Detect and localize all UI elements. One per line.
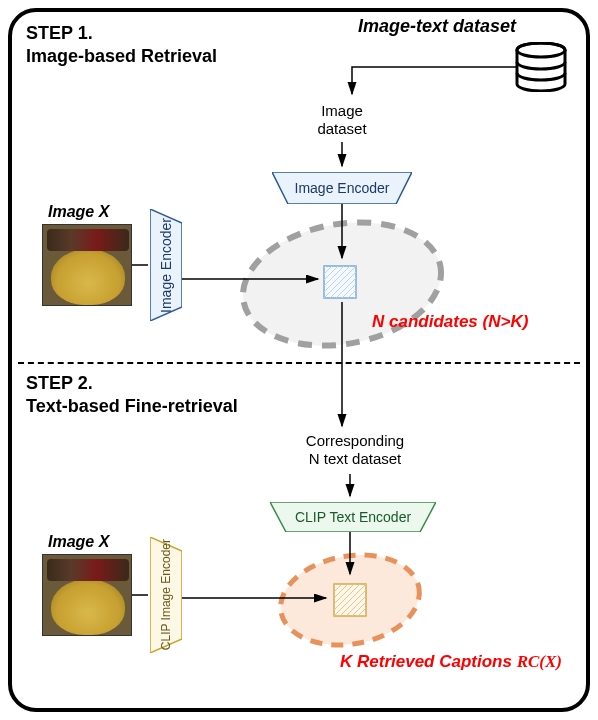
image-x-label-1: Image X bbox=[48, 202, 109, 221]
step2-title: STEP 2. Text-based Fine-retrieval bbox=[26, 372, 238, 417]
retrieved-center-square bbox=[332, 582, 368, 618]
database-icon bbox=[514, 42, 568, 92]
diagram-container: STEP 1. Image-based Retrieval Image-text… bbox=[8, 8, 590, 712]
candidate-center-square bbox=[322, 264, 358, 300]
step1-title: STEP 1. Image-based Retrieval bbox=[26, 22, 217, 67]
image-dataset-label: Image dataset bbox=[302, 102, 382, 138]
step2-title-line1: STEP 2. bbox=[26, 373, 93, 393]
corresponding-text-label: Corresponding N text dataset bbox=[290, 432, 420, 468]
n-candidates-label: N candidates (N>K) bbox=[372, 312, 528, 332]
svg-rect-6 bbox=[324, 266, 356, 298]
k-retrieved-label: K Retrieved Captions RC(X) bbox=[340, 652, 562, 672]
image-encoder-label: Image Encoder bbox=[272, 172, 412, 204]
section-divider bbox=[18, 362, 580, 364]
image-x-label-2: Image X bbox=[48, 532, 109, 551]
k-retrieved-formula: RC(X) bbox=[517, 652, 562, 671]
k-retrieved-text: K Retrieved Captions bbox=[340, 652, 517, 671]
step1-title-line2: Image-based Retrieval bbox=[26, 46, 217, 66]
thumbnail-image-2 bbox=[42, 554, 132, 636]
clip-image-encoder-label: CLIP Image Encoder bbox=[150, 537, 182, 653]
vertical-image-encoder-label: Image Encoder bbox=[150, 209, 182, 321]
step1-title-line1: STEP 1. bbox=[26, 23, 93, 43]
step2-title-line2: Text-based Fine-retrieval bbox=[26, 396, 238, 416]
svg-rect-11 bbox=[334, 584, 366, 616]
clip-text-encoder-label: CLIP Text Encoder bbox=[270, 502, 436, 532]
dataset-title: Image-text dataset bbox=[358, 16, 516, 37]
thumbnail-image-1 bbox=[42, 224, 132, 306]
